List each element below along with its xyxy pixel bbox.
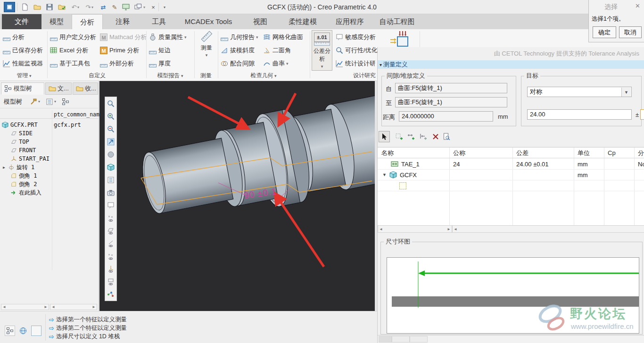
zoom-in-icon[interactable]	[105, 110, 116, 122]
from-field[interactable]: 曲面:F5(旋转_1)	[395, 83, 507, 93]
user-defined-analysis-button[interactable]: 用户定义分析	[50, 32, 96, 42]
tolerance-analysis-button[interactable]: ±.01 公差分析▾	[312, 30, 332, 71]
tree-column-header[interactable]: ptc_common_name	[54, 111, 103, 118]
tree-settings-dropdown[interactable]: ▾	[54, 99, 56, 104]
chevron-down-icon[interactable]: ▼	[621, 88, 631, 97]
tree-toggle-icon[interactable]	[5, 326, 15, 336]
windows-dropdown[interactable]: ▾	[141, 2, 147, 12]
expand-icon[interactable]: ▶	[3, 165, 5, 170]
open-button[interactable]	[32, 2, 42, 12]
col-header-unit[interactable]: 单位	[574, 147, 604, 158]
measure-definition-header[interactable]: 测量定义	[378, 60, 644, 69]
tab-folder-browser[interactable]: 文...	[45, 82, 72, 95]
to-field[interactable]: 曲面:F5(旋转_1)	[395, 97, 507, 107]
shading-style-icon[interactable]	[105, 148, 116, 161]
add-stack-button[interactable]	[393, 131, 405, 142]
report-button[interactable]	[441, 131, 452, 142]
customize-qat-dropdown[interactable]: ▾	[161, 2, 168, 12]
group-label-manage[interactable]: 管理	[3, 71, 45, 80]
toolkit-based-button[interactable]: 基于工具包	[50, 58, 90, 69]
tab-view[interactable]: 视图	[241, 14, 279, 29]
panel-bottom-scrollbar[interactable]	[378, 335, 644, 343]
tree-settings-icon[interactable]	[46, 98, 53, 106]
tab-favorites[interactable]: 收...	[73, 82, 98, 95]
geometry-report-button[interactable]: 几何报告	[221, 32, 258, 42]
col-header-tolerance[interactable]: 公差	[512, 147, 574, 158]
tab-annotate[interactable]: 注释	[103, 14, 142, 29]
tree-row-insert-here[interactable]: 在此插入	[0, 188, 99, 197]
ok-button[interactable]: 确定	[593, 26, 616, 38]
select-cursor-button[interactable]	[379, 131, 390, 142]
tree-row-root[interactable]: GCFX.PRT gcfx.prt	[0, 121, 99, 129]
tree-row-revolve[interactable]: ▶旋转 1	[0, 163, 99, 172]
tab-auto-drawing[interactable]: 自动工程图	[373, 14, 421, 29]
tab-model[interactable]: 模型	[41, 14, 72, 29]
undo-dropdown[interactable]: ▾	[75, 2, 81, 12]
view-manager-icon[interactable]	[105, 173, 116, 186]
col-header-distribution[interactable]: 分	[634, 147, 644, 158]
mesh-surface-button[interactable]: 网格化曲面	[263, 32, 303, 42]
thickness-button[interactable]: 厚度	[149, 58, 171, 69]
tab-model-tree[interactable]: 模型树	[1, 82, 44, 95]
tree-filter-icon[interactable]	[62, 98, 69, 106]
zoom-region-icon[interactable]	[105, 97, 116, 110]
table-row[interactable]	[378, 180, 644, 191]
tab-flexible-modeling[interactable]: 柔性建模	[279, 14, 326, 29]
display-style-icon[interactable]	[105, 161, 116, 173]
analysis-button[interactable]: 分析	[3, 32, 25, 42]
refit-icon[interactable]	[105, 135, 116, 148]
excel-analysis-button[interactable]: Excel 分析	[50, 45, 88, 56]
close-icon[interactable]: ✕	[635, 2, 640, 9]
target-tolerance-field[interactable]	[640, 109, 644, 120]
cancel-button[interactable]: 取消	[619, 26, 642, 38]
plane-display-icon[interactable]	[105, 224, 116, 237]
table-hscrollbar-right[interactable]: ◄	[452, 225, 644, 233]
collapse-icon[interactable]: ▼	[382, 172, 387, 177]
prime-analysis-button[interactable]: MPrime 分析	[100, 45, 140, 56]
tree-hscrollbar-left[interactable]: ◄►	[1, 304, 49, 310]
csys-display-icon[interactable]	[105, 262, 116, 275]
table-row[interactable]: TAE_1 24 24.00 ±0.01 mm No	[378, 159, 644, 169]
close-window-button[interactable]: ×	[148, 2, 158, 12]
add-datum-button[interactable]	[418, 131, 429, 142]
graphics-viewport[interactable]: 90 ±0.1	[99, 81, 375, 311]
image-capture-icon[interactable]	[105, 186, 116, 199]
annotation-plane-display-icon[interactable]	[105, 275, 116, 288]
saved-analysis-button[interactable]: 已保存分析	[3, 45, 43, 56]
save-button[interactable]	[44, 2, 55, 12]
delete-button[interactable]	[430, 131, 441, 142]
statistical-design-study-button[interactable]: 统计设计研	[336, 58, 376, 69]
zoom-out-icon[interactable]	[105, 122, 116, 135]
target-value-field[interactable]: 24.00	[527, 109, 632, 120]
tree-hscrollbar-right[interactable]: ◄►	[50, 304, 97, 310]
mate-clearance-button[interactable]: 配合间隙	[221, 58, 255, 69]
curvature-button[interactable]: 曲率	[263, 58, 289, 69]
distance-field[interactable]: 24.0000000	[399, 111, 493, 122]
short-edge-button[interactable]: 短边	[149, 45, 171, 56]
redo-dropdown[interactable]: ▾	[90, 2, 95, 12]
target-type-dropdown[interactable]: 对称▼	[527, 87, 632, 97]
new-measure-placeholder-icon[interactable]	[399, 182, 406, 189]
tree-tools-icon[interactable]	[30, 98, 37, 106]
group-label-model-report[interactable]: 模型报告	[147, 71, 193, 80]
save-status-icon[interactable]	[57, 2, 67, 12]
add-measure-button[interactable]	[405, 131, 417, 142]
browser-icon[interactable]	[18, 326, 28, 336]
group-label-check-geometry[interactable]: 检查几何	[218, 71, 309, 80]
measure-button[interactable]: 测量▾	[196, 30, 217, 71]
col-header-nominal[interactable]: 公称	[449, 147, 512, 158]
tree-row-top[interactable]: TOP	[0, 138, 99, 146]
app-icon[interactable]	[4, 2, 15, 12]
dihedral-angle-button[interactable]: 二面角	[263, 45, 291, 56]
tab-applications[interactable]: 应用程序	[326, 14, 373, 29]
feasibility-optimize-button[interactable]: 可行性/优化	[336, 45, 378, 56]
tab-analysis[interactable]: 分析	[72, 14, 103, 29]
annotation-display-icon[interactable]	[105, 199, 116, 212]
display-button[interactable]	[121, 2, 131, 12]
axis-display-icon[interactable]	[105, 237, 116, 250]
tree-row-side[interactable]: SIDE	[0, 129, 99, 138]
point-display-icon[interactable]	[105, 250, 116, 262]
sensitivity-analysis-button[interactable]: 敏感度分析	[336, 32, 376, 42]
tree-row-front[interactable]: FRONT	[0, 146, 99, 155]
cetol-analysis-icon[interactable]	[389, 30, 410, 47]
